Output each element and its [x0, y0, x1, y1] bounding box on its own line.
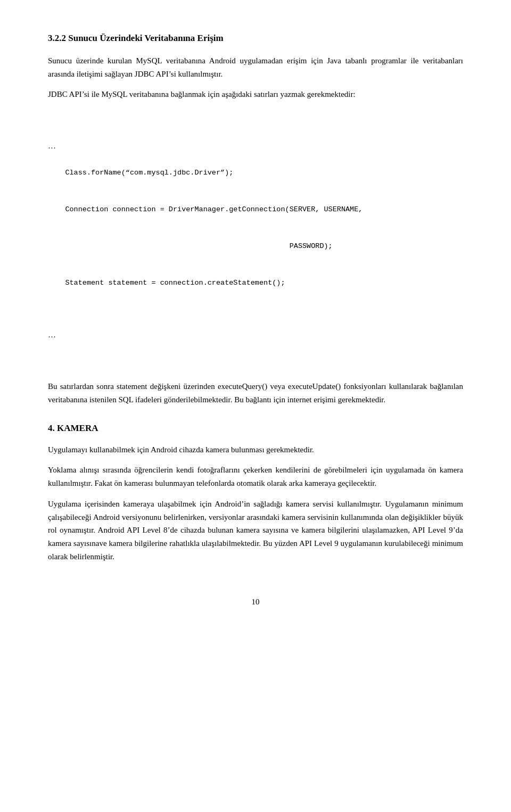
page-number: 10 [48, 595, 463, 608]
section-4-title: 4. KAMERA [48, 421, 463, 435]
paragraph-2: JDBC API’si ile MySQL veritabanına bağla… [48, 88, 463, 101]
code-line-3: PASSWORD); [65, 242, 332, 250]
section-title: 3.2.2 Sunucu Üzerindeki Veritabanına Eri… [48, 32, 463, 45]
page-content: 3.2.2 Sunucu Üzerindeki Veritabanına Eri… [48, 32, 463, 608]
paragraph-1: Sunucu üzerinde kurulan MySQL veritabanı… [48, 54, 463, 81]
code-ellipsis-2: … [48, 328, 463, 342]
code-line-2: Connection connection = DriverManager.ge… [65, 205, 362, 213]
paragraph-4: Uygulamayı kullanabilmek için Android ci… [48, 443, 463, 457]
code-line-1: Class.forName(“com.mysql.jdbc.Driver”); [65, 169, 233, 177]
paragraph-3: Bu satırlardan sonra statement değişkeni… [48, 380, 463, 407]
code-block: … Class.forName(“com.mysql.jdbc.Driver”)… [48, 111, 463, 370]
code-ellipsis-1: … [48, 139, 463, 153]
paragraph-5: Yoklama alınışı sırasında öğrencilerin k… [48, 463, 463, 490]
code-line-4: Statement statement = connection.createS… [65, 279, 285, 287]
paragraph-6: Uygulama içerisinden kameraya ulaşabilme… [48, 498, 463, 564]
